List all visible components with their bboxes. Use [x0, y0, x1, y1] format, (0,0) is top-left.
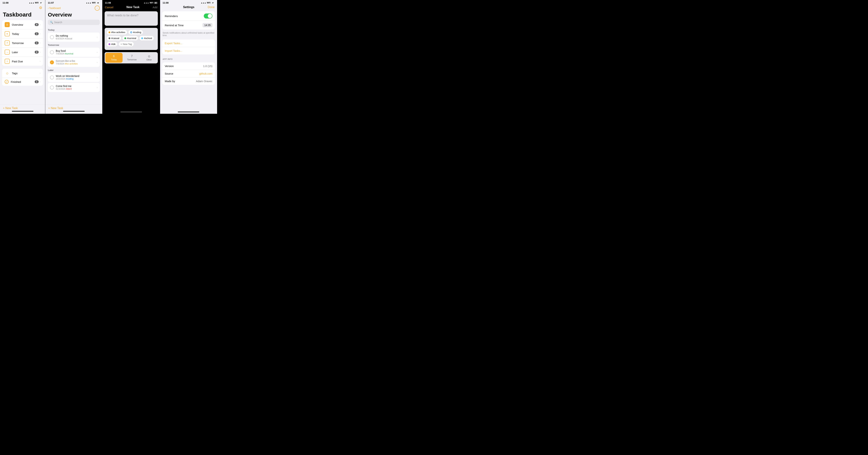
pastdue-icon: ! — [5, 59, 10, 64]
today-chevron: › — [40, 33, 40, 35]
wifi-icon-4: WiFi — [207, 2, 211, 4]
later-badge: 2 — [35, 51, 39, 54]
export-button[interactable]: Export Tasks... — [162, 39, 215, 47]
add-button[interactable]: Add — [153, 6, 157, 9]
sidebar-item-finished[interactable]: ✓ Finished 1 › — [2, 78, 43, 86]
fox-tag-dot — [108, 31, 110, 33]
task-input[interactable]: What needs to be done? — [104, 11, 158, 26]
status-time-3: 11:08 — [105, 1, 111, 4]
signal-icon-3: ▲▲▲ — [144, 2, 149, 4]
task-chevron-come-find-me: › — [97, 86, 98, 89]
reminders-toggle[interactable] — [204, 13, 212, 19]
wifi-icon-3: WiFi — [150, 2, 153, 4]
task-tag-scream-fox: #fox activities — [65, 63, 78, 65]
task-check-do-nothing[interactable] — [50, 35, 54, 39]
status-bar-1: 11:08 ▲▲▲ WiFi 87 — [0, 0, 45, 5]
task-check-wonderland[interactable] — [50, 75, 54, 80]
survival-tag-dot — [124, 37, 126, 39]
section-header-today: Today — [45, 27, 102, 32]
sidebar-item-overview[interactable]: ☰ Overview 4 › — [2, 20, 43, 29]
search-bar[interactable]: 🔍 Search — [48, 20, 99, 25]
version-row: Version 1.0 (15) — [162, 62, 215, 70]
remind-time-row[interactable]: Remind at Time 14:35 — [162, 21, 215, 29]
import-button[interactable]: Import Tasks... — [162, 47, 215, 55]
tag-chip-fox[interactable]: #fox activities — [107, 30, 127, 34]
sidebar-item-tomorrow[interactable]: 7 Tomorrow 1 › — [2, 38, 43, 48]
section-header-tomorrow: Tomorrow — [45, 42, 102, 47]
home-indicator-1 — [12, 111, 33, 112]
tag-chip-school[interactable]: #school — [140, 36, 154, 40]
sidebar-item-later[interactable]: → Later 2 › — [2, 48, 43, 57]
tags-row-3: #idk + New Tag — [107, 42, 156, 47]
sidebar-item-tags[interactable]: ◇ Tags › — [2, 69, 43, 78]
new-task-label-2: + New Task — [48, 107, 63, 110]
task-check-buy-food[interactable] — [50, 50, 54, 54]
battery-badge-3: 87 — [154, 2, 157, 4]
tag-chip-coding[interactable]: #coding — [128, 30, 143, 34]
s4-navigation: Settings Done — [160, 5, 217, 10]
school-tag-label: #school — [144, 37, 152, 39]
reminders-group: Reminders Remind at Time 14:35 — [162, 11, 215, 29]
new-task-button-2[interactable]: + New Task — [48, 107, 99, 110]
tags-row-2: #casual #survival #school — [107, 36, 156, 40]
finished-badge: 1 — [35, 80, 39, 83]
fox-tag-label: #fox activities — [111, 31, 125, 34]
overview-icon: ☰ — [5, 22, 10, 27]
source-row[interactable]: Source github.com — [162, 70, 215, 78]
task-info-do-nothing: Do nothing 6/3/2024 #casual — [56, 34, 97, 40]
toggle-knob — [208, 14, 212, 18]
tag-chip-idk[interactable]: #idk — [107, 42, 117, 47]
gear-icon[interactable]: ⚙ — [39, 6, 42, 10]
done-button[interactable]: Done — [208, 6, 215, 9]
day-btn-today[interactable]: 6 Today — [105, 53, 123, 63]
screen-settings: 11:08 ▲▲▲ WiFi 87 Settings Done Reminder… — [160, 0, 217, 114]
sidebar-item-pastdue[interactable]: ! Past Due › — [2, 57, 43, 66]
task-check-scream-fox[interactable]: ✓ — [50, 60, 54, 64]
coding-tag-label: #coding — [133, 31, 141, 34]
task-check-come-find-me[interactable] — [50, 86, 54, 90]
app-info-header: APP INFO — [160, 56, 217, 61]
task-do-nothing[interactable]: Do nothing 6/3/2024 #casual › — [48, 33, 99, 42]
tag-chip-survival[interactable]: #survival — [123, 36, 138, 40]
cancel-button[interactable]: Cancel — [105, 6, 114, 9]
tag-chip-casual[interactable]: #casual — [107, 36, 121, 40]
task-buy-food[interactable]: Buy food 7/3/2024 #survival › — [48, 48, 99, 57]
idk-tag-label: #idk — [111, 43, 116, 46]
coding-tag-dot — [130, 31, 132, 33]
casual-tag-dot — [108, 37, 110, 39]
task-chevron-do-nothing: › — [97, 36, 98, 38]
school-tag-dot — [141, 37, 143, 39]
more-button[interactable]: ··· — [95, 6, 100, 10]
sidebar-item-today[interactable]: 6 Today 1 › — [2, 29, 43, 38]
remind-hint: Sends notifications about unfinished tas… — [160, 31, 217, 38]
back-button[interactable]: ‹ Taskboard — [48, 7, 61, 9]
task-title-wonderland: Work on Wonderland — [56, 74, 97, 78]
day-btn-other[interactable]: ⊙ Other — [141, 52, 158, 63]
tomorrow-icon: 7 — [5, 40, 10, 46]
other-day-icon: ⊙ — [148, 55, 150, 58]
new-tag-button[interactable]: + New Tag — [119, 42, 134, 47]
finished-label: Finished — [11, 80, 35, 83]
status-time-4: 11:08 — [163, 1, 168, 4]
task-work-wonderland[interactable]: Work on Wonderland 15/3/2024 #coding › — [48, 73, 99, 82]
task-meta-buy-food: 7/3/2024 #survival — [56, 53, 97, 55]
task-come-find-me[interactable]: Come find me 31/3/2024 #don't › — [48, 83, 99, 92]
back-chevron: ‹ — [48, 7, 49, 9]
wifi-icon-1: WiFi — [35, 2, 39, 4]
made-by-label: Made by — [165, 80, 175, 83]
home-indicator-4 — [178, 112, 199, 112]
today-label: Today — [12, 32, 35, 35]
task-title-come-find-me: Come find me — [56, 85, 97, 88]
day-selector: 6 Today 7 Tomorrow ⊙ Other — [104, 52, 158, 63]
version-value: 1.0 (15) — [203, 64, 212, 67]
finished-icon: ✓ — [5, 80, 9, 84]
task-info-scream-fox: Scream like a fox 7/3/2024 #fox activiti… — [56, 59, 97, 65]
day-btn-tomorrow[interactable]: 7 Tomorrow — [123, 52, 141, 63]
reminders-row: Reminders — [162, 11, 215, 21]
status-bar-3: 11:08 ▲▲▲ WiFi 87 — [102, 0, 160, 5]
source-value[interactable]: github.com — [199, 72, 212, 75]
new-task-page-title: New Task — [126, 6, 140, 9]
task-scream-fox[interactable]: ✓ Scream like a fox 7/3/2024 #fox activi… — [48, 58, 99, 67]
new-task-button-1[interactable]: + New Task — [3, 107, 42, 110]
wifi-icon-2: WiFi — [92, 2, 96, 4]
